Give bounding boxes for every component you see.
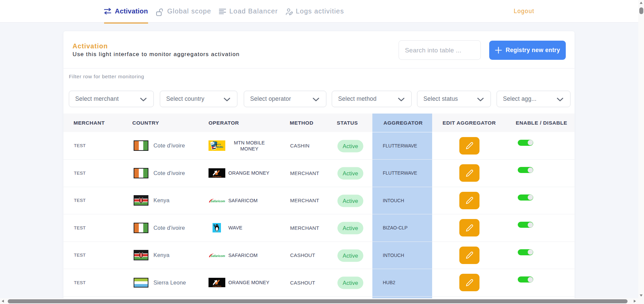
svg-text:MTN: MTN xyxy=(217,143,221,145)
svg-text:Orange Money: Orange Money xyxy=(213,286,222,287)
svg-text:Orange Money: Orange Money xyxy=(213,176,222,177)
svg-text:Safaricom: Safaricom xyxy=(211,199,225,203)
svg-text:Safaricom: Safaricom xyxy=(211,254,225,257)
svg-text:MoMo: MoMo xyxy=(217,146,223,148)
